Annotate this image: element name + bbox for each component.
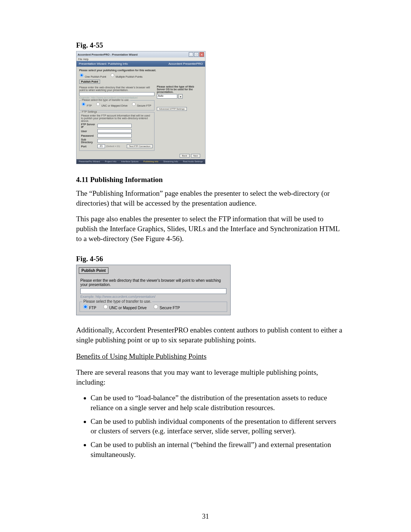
radio-secure-ftp[interactable]: Secure FTP <box>131 102 151 107</box>
transfer-type-legend: Please select the type of transfer to us… <box>81 99 130 101</box>
radio-ftp[interactable]: FTP <box>81 102 92 107</box>
titlebar: Accordent PresenterPRO - Presentation Wi… <box>76 51 205 58</box>
input-user[interactable] <box>97 129 132 133</box>
bullet-2: Can be used to publish individual compon… <box>91 417 342 436</box>
webdir-input[interactable] <box>79 92 155 96</box>
radio-one-publish-point[interactable]: One Publish Point <box>79 73 106 78</box>
radio-secure-ftp-2[interactable]: Secure FTP <box>153 304 180 310</box>
publish-point-tab-2[interactable]: Publish Point <box>79 267 108 274</box>
para-3: Additionally, Accordent PresenterPRO ena… <box>76 325 342 345</box>
ftp-settings-group: FTP Settings Please enter the FTP accoun… <box>79 112 155 151</box>
input-password[interactable] <box>97 134 132 137</box>
wizard-header-left: Presentation Wizard: Publishing Info <box>79 62 128 66</box>
step-presenterpro: PresenterPro Wizard <box>79 160 100 163</box>
ftp-settings-legend: FTP Settings <box>81 110 98 113</box>
webserver-os-dropdown[interactable]: Auto <box>157 94 177 99</box>
next-button[interactable]: Next <box>191 154 200 158</box>
ftp-instruction: Please enter the FTP account information… <box>81 114 153 122</box>
minimize-icon[interactable]: _ <box>189 52 193 57</box>
input-port[interactable]: 21 <box>97 144 105 148</box>
input-ftp-server[interactable] <box>97 124 132 128</box>
port-default: (Default = 21) <box>106 145 120 147</box>
benefits-bullets: Can be used to “load-balance” the distri… <box>84 393 342 459</box>
radio-ftp-2[interactable]: FTP <box>83 304 96 310</box>
webdir-example-2: Example: http://www.accordent.com/presen… <box>80 295 226 299</box>
advanced-http-button[interactable]: Advanced HTTP Settings <box>157 107 187 111</box>
lbl-port: Port <box>81 145 96 148</box>
page-number: 31 <box>0 513 411 521</box>
lbl-user: User <box>81 130 96 133</box>
radio-unc-2[interactable]: UNC or Mapped Drive <box>103 304 147 310</box>
radio-unc[interactable]: UNC or Mapped Drive <box>96 102 127 107</box>
wizard-window: Accordent PresenterPRO - Presentation Wi… <box>76 51 206 164</box>
webserver-os-label: Please select the type of Web Server OS … <box>157 85 202 93</box>
transfer-type-group: Please select the type of transfer to us… <box>79 100 155 110</box>
step-publishing-info: Publishing Info <box>143 160 158 163</box>
maximize-icon[interactable]: □ <box>194 52 199 57</box>
test-ftp-button[interactable]: Test FTP Connection <box>127 144 153 148</box>
wizard-steps-bar: PresenterPro Wizard Project Info Interfa… <box>76 159 205 164</box>
publish-point-tab[interactable]: Publish Point <box>79 80 100 84</box>
lbl-password: Password <box>81 134 96 137</box>
webdir-label-2: Please enter the web directory that the … <box>80 278 226 287</box>
figure-55-label: Fig. 4-55 <box>76 41 342 50</box>
step-project-info: Project Info <box>105 160 116 163</box>
close-icon[interactable]: × <box>199 52 204 57</box>
radio-multiple-publish-points[interactable]: Multiple Publish Points <box>110 73 142 78</box>
section-4-11-heading: 4.11 Publishing Information <box>76 176 342 184</box>
window-title: Accordent PresenterPRO - Presentation Wi… <box>78 53 137 56</box>
transfer-type-legend-2: Please select the type of transfer to us… <box>82 299 152 304</box>
figure-56-label: Fig. 4-56 <box>76 255 342 263</box>
webdir-label: Please enter the web-directory that the … <box>79 86 155 91</box>
wizard-instruction: Please select your publishing configurat… <box>79 69 202 72</box>
benefits-subheading: Benefits of Using Multiple Publishing Po… <box>76 351 342 361</box>
input-subdir[interactable] <box>97 139 132 143</box>
para-2: This page also enables the presenter to … <box>76 214 342 243</box>
para-1: The “Publishing Information” page enable… <box>76 189 342 208</box>
webdir-input-2[interactable] <box>80 288 226 294</box>
bullet-1: Can be used to “load-balance” the distri… <box>91 393 342 412</box>
lbl-ftp-server: FTP Server IP <box>81 123 96 128</box>
step-streaming-info: Streaming Info <box>163 160 178 163</box>
lbl-subdir: Sub Directory <box>81 138 96 144</box>
chevron-down-icon[interactable]: ▾ <box>178 94 183 99</box>
step-interface-options: Interface Options <box>121 160 139 163</box>
publish-point-panel: Publish Point Please enter the web direc… <box>76 265 231 315</box>
para-4: There are several reasons that you may w… <box>76 367 342 387</box>
transfer-type-group-2: Please select the type of transfer to us… <box>80 302 227 312</box>
step-real-audio: Real Audio Settings <box>183 160 203 163</box>
wizard-header-right: Accordent PresenterPRO <box>169 62 203 66</box>
wizard-header: Presentation Wizard: Publishing Info Acc… <box>76 61 205 67</box>
back-button[interactable]: Back <box>180 154 189 158</box>
bullet-3: Can be used to publish an internal (“beh… <box>91 440 342 459</box>
menubar[interactable]: File Help <box>76 58 205 61</box>
